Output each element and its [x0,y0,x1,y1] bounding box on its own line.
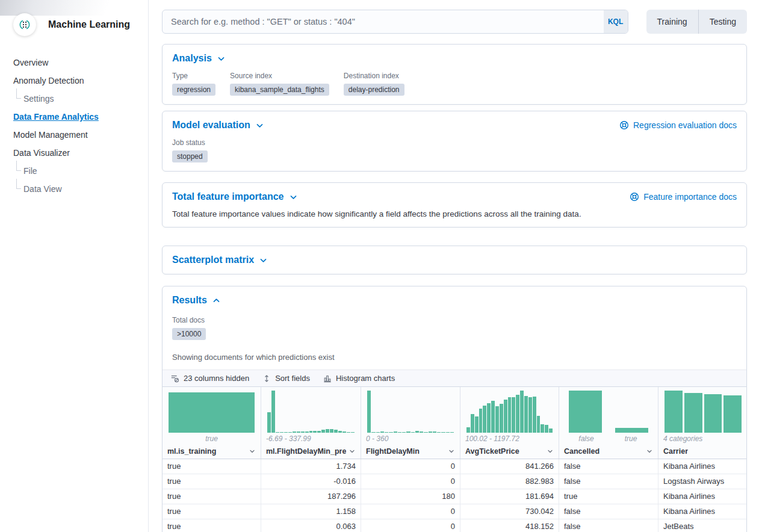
column-histogram [167,391,256,433]
histogram-bar [475,416,479,433]
table-cell[interactable]: Logstash Airways [658,474,747,489]
column-histogram [663,391,743,433]
chevron-down-icon[interactable] [547,448,554,455]
analysis-section-toggle[interactable]: Analysis [172,53,225,64]
table-cell[interactable]: 0 [361,459,460,474]
sidebar-item-overview[interactable]: Overview [13,58,48,67]
table-cell[interactable]: 1.158 [261,504,361,519]
field-value-badge: delay-prediction [344,84,404,96]
chevron-down-icon[interactable] [448,448,455,455]
column-name-label: FlightDelayMin [366,447,420,456]
sidebar-item-file[interactable]: File [13,166,37,176]
table-cell[interactable]: 0 [361,519,460,532]
table-cell[interactable]: 418.152 [460,519,559,532]
table-cell[interactable]: false [559,519,658,532]
table-cell[interactable]: true [163,459,261,474]
field-label: Source index [230,72,329,80]
model-evaluation-panel: Model evaluation Regression evaluation d… [162,111,747,172]
table-cell[interactable]: 841.266 [460,459,559,474]
chevron-down-icon [256,122,264,129]
table-cell[interactable]: false [559,504,658,519]
column-name-label: ml.is_training [167,447,216,456]
field-value-badge: regression [172,84,215,96]
histogram-bar [389,432,392,433]
job-status-label: Job status [172,138,208,147]
chevron-down-icon[interactable] [349,448,356,455]
table-cell[interactable]: true [163,489,261,504]
table-row: true-0.0160882.983falseLogstash Airways [163,474,746,489]
table-cell[interactable]: Kibana Airlines [658,489,747,504]
table-cell[interactable]: true [163,519,261,532]
histogram-bar [334,430,338,433]
column-name-avgticketprice[interactable]: AvgTicketPrice [465,444,554,459]
table-cell[interactable]: true [163,504,261,519]
table-cell[interactable]: 0.063 [261,519,361,532]
table-cell[interactable]: 187.296 [261,489,361,504]
table-cell[interactable]: false [559,459,658,474]
table-cell[interactable]: Kibana Airlines [658,504,747,519]
table-cell[interactable]: true [163,474,261,489]
chevron-down-icon[interactable] [646,448,653,455]
sidebar-item-settings[interactable]: Settings [13,94,54,104]
histogram-bar [326,429,329,433]
sidebar-item-data-visualizer[interactable]: Data Visualizer [13,148,70,158]
histogram-bar [495,406,499,433]
results-section-toggle[interactable]: Results [172,295,220,306]
help-icon [630,192,639,202]
feature-importance-section-toggle[interactable]: Total feature importance [172,191,297,202]
table-cell[interactable]: JetBeats [658,519,747,532]
column-name-label: Carrier [663,447,688,456]
sidebar-item-anomaly-detection[interactable]: Anomaly Detection [13,76,84,85]
testing-button[interactable]: Testing [698,10,747,34]
total-docs-badge: >10000 [172,328,206,340]
results-subtitle: Showing documents for which predictions … [172,353,737,362]
histogram-bar [420,431,423,433]
sidebar-item-data-view[interactable]: Data View [13,184,62,194]
search-bar[interactable]: KQL [162,10,628,34]
sidebar-nav: OverviewAnomaly DetectionSettingsData Fr… [0,36,148,202]
chevron-down-icon[interactable] [249,448,256,455]
table-cell[interactable]: false [559,474,658,489]
training-button[interactable]: Training [646,10,698,34]
table-cell[interactable]: 181.694 [460,489,559,504]
histogram-bar [466,427,470,433]
column-name-flightdelaymin[interactable]: FlightDelayMin [366,444,455,459]
analysis-field-type: Typeregression [172,72,215,96]
sidebar-item-data-frame-analytics[interactable]: Data Frame Analytics [13,112,99,122]
histogram-bar [520,391,524,433]
table-cell[interactable]: -0.016 [261,474,361,489]
sidebar-header: Machine Learning [0,0,148,36]
table-cell[interactable]: 1.734 [261,459,361,474]
scatterplot-matrix-section-toggle[interactable]: Scatterplot matrix [172,255,267,265]
histogram-bar [338,431,342,433]
column-name-cancelled[interactable]: Cancelled [564,444,653,459]
model-evaluation-section-toggle[interactable]: Model evaluation [172,120,264,131]
table-cell[interactable]: 730.042 [460,504,559,519]
23-columns-hidden-button[interactable]: 23 columns hidden [170,373,250,384]
results-meta: Total docs >10000 Showing documents for … [163,316,746,362]
table-cell[interactable]: 0 [361,504,460,519]
sidebar-item-label: Overview [13,58,48,67]
histogram-charts-button[interactable]: Histogram charts [322,373,396,384]
sidebar-item-model-management[interactable]: Model Management [13,130,88,140]
app-title: Machine Learning [48,19,130,30]
histogram-bar [504,400,507,433]
table-cell[interactable]: true [559,489,658,504]
column-name-ml-flightdelaymin-predi[interactable]: ml.FlightDelayMin_predi [266,444,356,459]
search-input[interactable] [163,10,604,33]
table-cell[interactable]: 882.983 [460,474,559,489]
column-name-carrier[interactable]: Carrier [663,444,743,459]
sort-fields-button[interactable]: Sort fields [261,373,311,384]
histogram-bar [313,431,317,433]
kql-button[interactable]: KQL [604,10,628,33]
topbar: KQL Training Testing [162,10,747,34]
histogram-bar [351,432,355,433]
table-cell[interactable]: Kibana Airlines [658,459,747,474]
column-name-ml-is-training[interactable]: ml.is_training [167,444,256,459]
table-cell[interactable]: 0 [361,474,460,489]
feature-importance-docs-link[interactable]: Feature importance docs [630,192,737,202]
table-cell[interactable]: 180 [361,489,460,504]
histogram-bar [479,409,483,433]
regression-evaluation-docs-link[interactable]: Regression evaluation docs [619,120,737,130]
docs-link-label: Feature importance docs [643,192,737,202]
